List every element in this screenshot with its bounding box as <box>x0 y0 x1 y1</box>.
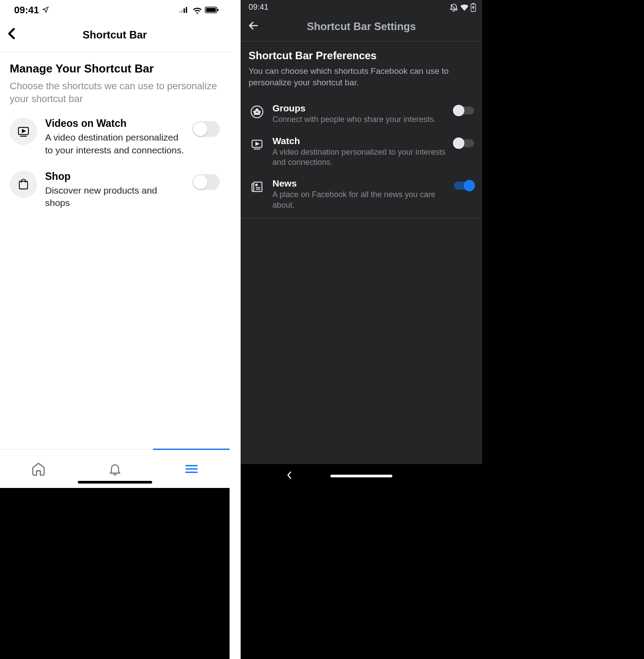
list-item: Shop Discover new products and shops <box>10 171 220 210</box>
svg-point-17 <box>254 111 256 113</box>
nav-home-pill[interactable] <box>330 475 392 477</box>
item-desc: Connect with people who share your inter… <box>272 114 447 125</box>
svg-point-15 <box>251 106 263 118</box>
item-desc: A video destination personalized to your… <box>272 147 447 168</box>
wifi-icon <box>460 4 469 11</box>
item-title: News <box>272 178 447 189</box>
android-navbar: Shortcut Bar Settings <box>241 14 482 42</box>
groups-icon <box>249 103 265 119</box>
svg-rect-1 <box>181 10 183 13</box>
ios-status-bar: 09:41 <box>0 0 230 19</box>
location-icon <box>42 6 49 13</box>
item-desc: Discover new products and shops <box>45 184 184 210</box>
list-item: News A place on Facebook for all the new… <box>249 173 474 216</box>
svg-rect-9 <box>19 181 28 189</box>
shop-icon <box>10 171 37 198</box>
ios-content: Manage Your Shortcut Bar Choose the shor… <box>0 52 230 224</box>
list-body: News A place on Facebook for all the new… <box>272 178 447 210</box>
chevron-left-icon <box>286 471 292 480</box>
back-button[interactable] <box>8 27 20 43</box>
watch-icon <box>10 118 37 145</box>
svg-rect-3 <box>186 7 187 13</box>
section-subheading: You can choose which shortcuts Facebook … <box>249 65 474 88</box>
list-body: Watch A video destination personalized t… <box>272 136 447 168</box>
status-icons <box>179 7 219 14</box>
item-desc: A place on Facebook for all the news you… <box>272 190 447 210</box>
item-desc: A video destination personalized to your… <box>45 131 184 156</box>
android-phone: 09:41 Shortcut Bar Settings Shortcut Bar… <box>241 0 482 488</box>
section-heading: Manage Your Shortcut Bar <box>10 62 220 76</box>
item-title: Shop <box>45 171 184 183</box>
list-item: Groups Connect with people who share you… <box>249 98 474 130</box>
page-title: Shortcut Bar <box>20 29 209 41</box>
svg-rect-14 <box>472 3 474 4</box>
back-button[interactable] <box>248 20 260 33</box>
item-title: Videos on Watch <box>45 118 184 130</box>
time-text: 09:41 <box>14 4 39 15</box>
tab-menu[interactable] <box>153 449 230 488</box>
list-body: Videos on Watch A video destination pers… <box>45 118 184 156</box>
toggle-watch[interactable] <box>454 139 474 147</box>
status-time: 09:41 <box>14 4 49 16</box>
toggle-groups[interactable] <box>454 107 474 114</box>
item-title: Watch <box>272 136 447 146</box>
status-time: 09:41 <box>249 3 268 12</box>
svg-rect-2 <box>184 8 185 13</box>
toggle-shop[interactable] <box>192 174 220 190</box>
battery-icon <box>205 7 219 14</box>
android-content: Shortcut Bar Preferences You can choose … <box>241 42 482 219</box>
svg-point-18 <box>258 111 260 113</box>
list-body: Groups Connect with people who share you… <box>272 103 447 125</box>
nav-back[interactable] <box>286 471 292 481</box>
svg-point-22 <box>256 184 257 186</box>
toggle-watch[interactable] <box>192 121 220 137</box>
menu-icon <box>185 464 198 474</box>
svg-rect-6 <box>217 9 218 11</box>
svg-rect-21 <box>254 182 262 191</box>
ios-phone: 09:41 Shortcut Bar Manage Your Shortcut … <box>0 0 230 488</box>
bell-icon <box>108 462 122 476</box>
list-item: Videos on Watch A video destination pers… <box>10 118 220 156</box>
android-navbar-bottom <box>241 464 482 488</box>
page-title: Shortcut Bar Settings <box>260 20 463 33</box>
svg-rect-5 <box>206 8 216 12</box>
item-title: Groups <box>272 103 447 114</box>
toggle-news[interactable] <box>454 182 474 190</box>
chevron-left-icon <box>8 28 15 39</box>
cellular-icon <box>179 7 190 13</box>
section-subheading: Choose the shortcuts we can use to perso… <box>10 80 220 105</box>
list-item: Watch A video destination personalized t… <box>249 130 474 173</box>
watch-icon <box>249 136 265 151</box>
list-body: Shop Discover new products and shops <box>45 171 184 210</box>
tab-home[interactable] <box>0 449 77 488</box>
wifi-icon <box>192 7 202 14</box>
ios-navbar: Shortcut Bar <box>0 19 230 52</box>
status-icons <box>449 3 476 12</box>
svg-point-16 <box>256 109 258 111</box>
home-icon <box>31 461 46 476</box>
android-status-bar: 09:41 <box>241 0 482 14</box>
divider <box>241 218 482 219</box>
dnd-icon <box>449 3 458 12</box>
section-heading: Shortcut Bar Preferences <box>249 50 474 62</box>
svg-rect-0 <box>179 11 180 13</box>
news-icon <box>249 178 265 193</box>
home-indicator[interactable] <box>78 481 152 484</box>
arrow-left-icon <box>248 20 259 31</box>
battery-icon <box>471 3 476 12</box>
